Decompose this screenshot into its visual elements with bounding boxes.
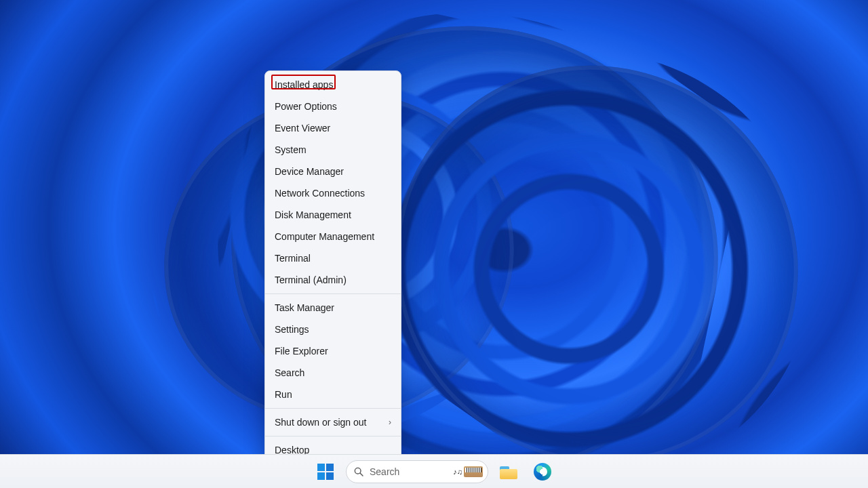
menu-item-computer-management[interactable]: Computer Management — [265, 226, 401, 247]
menu-item-system[interactable]: System — [265, 139, 401, 161]
taskbar-search[interactable]: Search ♪♫ — [346, 460, 488, 483]
menu-item-label: Terminal — [275, 252, 311, 264]
menu-item-disk-management[interactable]: Disk Management — [265, 204, 401, 226]
taskbar-pinned-edge[interactable] — [529, 458, 556, 485]
file-explorer-icon — [500, 464, 517, 479]
menu-item-event-viewer[interactable]: Event Viewer — [265, 117, 401, 139]
menu-item-label: File Explorer — [275, 345, 328, 357]
music-notes-icon: ♪♫ — [453, 468, 462, 476]
piano-icon — [464, 466, 483, 477]
menu-item-label: Device Manager — [275, 165, 344, 178]
menu-item-label: Task Manager — [275, 302, 334, 314]
menu-item-label: Computer Management — [275, 230, 374, 243]
menu-item-label: Settings — [275, 323, 309, 336]
taskbar: Search ♪♫ — [0, 454, 868, 488]
menu-item-terminal-admin[interactable]: Terminal (Admin) — [265, 269, 401, 291]
menu-item-run[interactable]: Run — [265, 384, 401, 405]
menu-item-file-explorer[interactable]: File Explorer — [265, 340, 401, 362]
menu-item-label: Terminal (Admin) — [275, 274, 347, 286]
menu-separator — [265, 408, 401, 409]
start-button[interactable] — [312, 458, 339, 485]
menu-item-terminal[interactable]: Terminal — [265, 247, 401, 269]
search-highlight-badge: ♪♫ — [452, 464, 484, 480]
menu-item-label: Shut down or sign out — [275, 416, 366, 428]
microsoft-edge-icon — [534, 463, 551, 481]
menu-separator — [265, 436, 401, 436]
menu-item-power-options[interactable]: Power Options — [265, 96, 401, 117]
menu-item-search[interactable]: Search — [265, 362, 401, 384]
menu-item-network-connections[interactable]: Network Connections — [265, 182, 401, 204]
menu-item-label: Event Viewer — [275, 122, 330, 134]
menu-item-label: Network Connections — [275, 187, 365, 199]
menu-item-label: Disk Management — [275, 209, 351, 221]
menu-item-task-manager[interactable]: Task Manager — [265, 297, 401, 319]
menu-item-label: System — [275, 144, 307, 156]
winx-context-menu: Installed appsPower OptionsEvent ViewerS… — [264, 70, 401, 464]
menu-item-device-manager[interactable]: Device Manager — [265, 161, 401, 182]
chevron-right-icon: › — [389, 416, 391, 428]
menu-item-label: Installed apps — [275, 79, 333, 91]
menu-item-shut-down-or-sign-out[interactable]: Shut down or sign out› — [265, 411, 401, 433]
desktop-wallpaper[interactable] — [0, 0, 868, 454]
menu-item-label: Power Options — [275, 100, 337, 113]
menu-item-installed-apps[interactable]: Installed apps — [265, 74, 401, 96]
menu-item-settings[interactable]: Settings — [265, 319, 401, 340]
windows-logo-icon — [317, 464, 334, 480]
menu-item-label: Search — [275, 367, 304, 379]
menu-item-label: Run — [275, 388, 292, 401]
search-icon — [353, 466, 364, 477]
taskbar-pinned-file-explorer[interactable] — [495, 458, 522, 485]
menu-separator — [265, 293, 401, 294]
svg-line-1 — [360, 473, 363, 476]
